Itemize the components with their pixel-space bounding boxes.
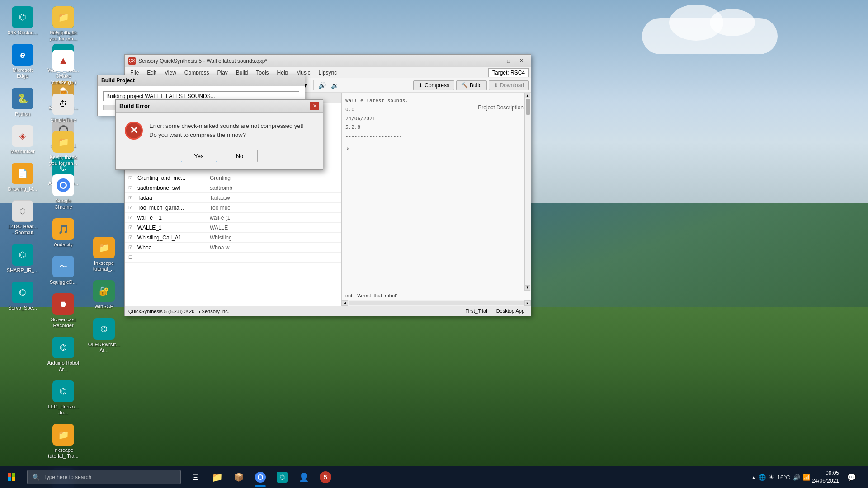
table-row[interactable]: ☑ wall_e__1_ wall-e (1 [125, 213, 341, 223]
desktop-icon-kevin[interactable]: 📁 Kevin, thank you for ren... [45, 5, 81, 43]
table-row[interactable]: ☑ Grunting_and_me... Grunting [125, 173, 341, 183]
scroll-up-btn[interactable]: ▲ [525, 93, 530, 98]
no-button[interactable]: No [222, 150, 258, 162]
row-label: wall_e__1_ [136, 215, 208, 221]
desktop-icon-python[interactable]: 🐍 Python [5, 86, 41, 119]
desktop-icon-led[interactable]: ⌬ LED_Horizo... Jo... [45, 379, 81, 418]
desktop-icon-edge[interactable]: e Microsoft Edge [5, 42, 41, 81]
target-label: Target: RSC4 [488, 68, 529, 77]
file-explorer-icon: 📁 [212, 472, 223, 483]
icon-label-simpletime: SimpleTime [50, 117, 76, 123]
search-bar[interactable]: 🔍 Type here to search [27, 470, 181, 484]
expand-arrow[interactable]: › [345, 144, 523, 153]
icon-img-robot: ⌬ [52, 337, 74, 358]
desktop-icon-simpletime[interactable]: ⏱ SimpleTime [45, 92, 81, 125]
tray-up-arrow[interactable]: ▲ [751, 475, 756, 480]
row-label: Too_much_garba... [136, 205, 208, 211]
error-dialog-close[interactable]: ✕ [310, 102, 319, 110]
icon-img-kevin2: 📁 [52, 131, 74, 153]
build-button[interactable]: 🔨 Build [456, 80, 487, 90]
maximize-button[interactable]: □ [503, 56, 514, 66]
taskbar-arduino[interactable]: ⌬ [271, 466, 293, 488]
icon-label-inkscape: Inkscape tutorial_ Tra... [47, 447, 80, 459]
tray-network2-icon[interactable]: 📶 [803, 474, 810, 481]
taskbar-chrome[interactable] [250, 466, 271, 488]
status-bar: QuickSynthesis 5 (5.2.8) © 2016 Sensory … [125, 306, 531, 316]
table-row[interactable]: ☑ Whistling_Call_A1 Whistling [125, 233, 341, 243]
row-checkbox[interactable]: ☐ [125, 255, 136, 260]
desktop-icon-inkscape2[interactable]: 📁 Inkscape tutorial_... [86, 235, 122, 274]
minimize-button[interactable]: ─ [490, 56, 502, 66]
row-checkbox[interactable]: ☑ [125, 175, 136, 180]
scroll-down-btn[interactable]: ▼ [525, 285, 530, 291]
taskbar-winrar[interactable]: 📦 [228, 466, 250, 488]
table-row[interactable]: ☐ [125, 253, 341, 263]
notification-button[interactable]: 💬 [841, 466, 863, 488]
table-row[interactable]: ☑ WALLE_1 WALLE [125, 223, 341, 233]
icon-img-servo: ⌬ [12, 282, 33, 303]
icon-img-mesh: ◈ [12, 125, 33, 147]
tab-desktop-app[interactable]: Desktop App [494, 308, 527, 314]
desktop-icon-screencast[interactable]: ⏺ Screencast Recorder [45, 291, 81, 330]
table-row[interactable]: ☑ sadtrombone_swf sadtromb [125, 183, 341, 193]
error-msg-line2: Do you want to compress them now? [149, 131, 304, 140]
search-icon: 🔍 [32, 474, 40, 481]
menu-lipsync[interactable]: Lipsync [315, 68, 341, 78]
desktop-icon-drawing[interactable]: 📄 Drawing_M... [5, 161, 41, 194]
row-file: sadtromb [208, 185, 341, 191]
desktop-icon-squiggle[interactable]: 〜 SquiggleD... [45, 254, 81, 287]
icon-img-screencast: ⏺ [52, 293, 74, 315]
taskbar-user[interactable]: 👤 [293, 466, 315, 488]
table-row[interactable]: ☑ Tadaa Tadaa.w [125, 193, 341, 203]
icon-img-qs: ⬡ [12, 200, 33, 222]
build-dialog-title: Build Project [101, 77, 135, 84]
download-button[interactable]: ⬇ Download [489, 80, 529, 90]
task-view-icon: ⊟ [192, 472, 199, 482]
icon-img-audacity: 🎵 [52, 218, 74, 240]
scroll-left-btn[interactable]: ◄ [342, 300, 348, 306]
row-checkbox[interactable]: ☑ [125, 215, 136, 220]
desktop-icon-inkscape[interactable]: 📁 Inkscape tutorial_ Tra... [45, 422, 81, 461]
row-checkbox[interactable]: ☑ [125, 205, 136, 210]
icon-img-squiggle: 〜 [52, 256, 74, 277]
toolbar-separator-3 [313, 80, 314, 90]
row-checkbox[interactable]: ☑ [125, 225, 136, 230]
desktop-icon-mesh[interactable]: ◈ Meshmixer [5, 123, 41, 156]
close-button[interactable]: ✕ [515, 56, 527, 66]
taskbar-file-explorer[interactable]: 📁 [206, 466, 228, 488]
toolbar-audio2[interactable]: 🔉 [329, 80, 340, 91]
task-view-button[interactable]: ⊟ [184, 466, 206, 488]
tray-audio-icon[interactable]: 🔊 [793, 474, 800, 481]
row-checkbox[interactable]: ☑ [125, 235, 136, 240]
toolbar-audio1[interactable]: 🔊 [316, 80, 328, 91]
desktop-icon-winscp[interactable]: 🔐 WinSCP [86, 278, 122, 311]
desktop-icon-servo[interactable]: ⌬ Servo_Spe... [5, 280, 41, 313]
yes-button[interactable]: Yes [181, 150, 217, 162]
taskbar-antivirus[interactable]: 5 [315, 466, 336, 488]
icon-label-screencast: Screencast Recorder [47, 317, 80, 328]
right-scrollbar[interactable]: ▲ ▼ [524, 93, 531, 291]
scroll-right-btn[interactable]: ► [524, 300, 531, 306]
window-title-text: Sensory QuickSynthesis 5 - Wall e latest… [138, 58, 267, 64]
row-checkbox[interactable]: ☑ [125, 245, 136, 250]
desktop-icon-sharp[interactable]: ⌬ SHARP_IR_... [5, 242, 41, 275]
compress-button[interactable]: ⬇ Compress [413, 80, 454, 90]
desktop-icon-cmake[interactable]: ▲ CMake (cmake gui) [45, 48, 81, 87]
row-label: Whoa [136, 244, 208, 251]
desktop-icon-qs-shortcut[interactable]: ⬡ 12190 Hear... - Shortcut [5, 198, 41, 237]
row-checkbox[interactable]: ☑ [125, 195, 136, 200]
desktop-icon-chrome[interactable]: Google Chrome [45, 173, 81, 211]
desktop-icon-kevin2-folder[interactable]: 📁 Kevin, thank you for ren... [45, 129, 81, 168]
table-row[interactable]: ☑ Too_much_garba... Too muc [125, 203, 341, 213]
table-row[interactable]: ☑ Whoa Whoa.w [125, 243, 341, 253]
desktop-icon-oled[interactable]: ⌬ OLEDPwrMt... Ar... [86, 316, 122, 355]
tab-first-trial[interactable]: First_Trial [462, 308, 490, 314]
bottom-scrollbar[interactable]: ◄ ► [342, 300, 531, 306]
desktop-icon-audacity[interactable]: 🎵 Audacity [45, 216, 81, 249]
scroll-thumb[interactable] [526, 99, 530, 115]
row-checkbox[interactable]: ☑ [125, 185, 136, 190]
desktop-icon-043[interactable]: ⌬ 043-Obstac... [5, 5, 41, 38]
desktop-icon-robot[interactable]: ⌬ Arduino Robot Ar... [45, 335, 81, 374]
clock[interactable]: 09:05 24/06/2021 [812, 469, 839, 485]
start-button[interactable] [0, 466, 24, 488]
